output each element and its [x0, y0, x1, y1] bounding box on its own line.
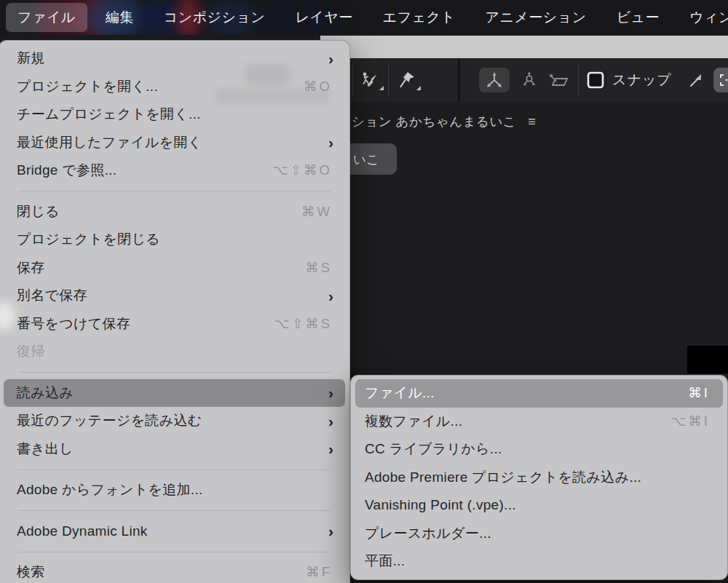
menu-item-label: Adobe からフォントを追加...: [17, 480, 339, 499]
toolbar-separator: [578, 64, 579, 96]
world-axis-mode-button[interactable]: [514, 68, 545, 92]
menubar-item-file[interactable]: ファイル: [6, 3, 87, 32]
submenu-chevron-icon: ›: [328, 51, 333, 66]
menu-separator: [0, 185, 349, 198]
menubar-item-window[interactable]: ウィンドウ: [678, 3, 728, 32]
puppet-pin-tool-button[interactable]: [392, 68, 423, 92]
snap-checkbox-icon[interactable]: [586, 71, 605, 90]
submenu-chevron-icon: ›: [328, 385, 333, 400]
menu-item-import-recent-footage[interactable]: 最近のフッテージを読み込む ›: [0, 407, 349, 435]
menu-item-label: 新規: [17, 49, 328, 68]
submenu-item-from-cc-libraries[interactable]: CC ライブラリから...: [351, 435, 727, 464]
corner-brackets-icon: [718, 71, 728, 89]
menu-item-label: 最近使用したファイルを開く: [17, 133, 328, 152]
menu-item-label: プレースホルダー...: [365, 524, 717, 543]
snap-extend-button[interactable]: [680, 68, 711, 92]
menu-item-close[interactable]: 閉じる ⌘W: [0, 198, 349, 226]
menu-item-label: ファイル...: [365, 384, 688, 402]
menu-item-label: Adobe Dynamic Link: [17, 523, 328, 539]
submenu-item-solid[interactable]: 平面...: [351, 547, 727, 576]
menubar-item-composition[interactable]: コンポジション: [152, 3, 277, 32]
menu-item-save[interactable]: 保存 ⌘S: [0, 254, 349, 282]
menu-item-label: 別名で保存: [17, 286, 328, 305]
menu-item-label: 番号をつけて保存: [17, 314, 274, 333]
local-axis-icon: [483, 70, 505, 90]
viewer-black-region: [687, 346, 728, 373]
shortcut-label: ⌥⇧⌘O: [272, 162, 339, 178]
menu-item-save-as[interactable]: 別名で保存 ›: [0, 282, 349, 310]
tool-flyout-corner: [379, 86, 384, 90]
diagonal-arrow-icon: [686, 71, 705, 90]
menu-item-label: 平面...: [365, 552, 717, 571]
shortcut-label: ⌥⇧⌘S: [274, 316, 339, 332]
tools-toolbar: スナップ: [320, 58, 728, 102]
submenu-chevron-icon: ›: [328, 441, 333, 456]
selection-brackets-button[interactable]: [713, 68, 728, 92]
menu-item-label: Adobe Premiere プロジェクトを読み込み...: [365, 468, 717, 487]
menubar-item-effect[interactable]: エフェクト: [371, 3, 467, 32]
submenu-chevron-icon: ›: [328, 413, 333, 429]
menu-item-adobe-dynamic-link[interactable]: Adobe Dynamic Link ›: [0, 517, 349, 546]
menu-item-find[interactable]: 検索 ⌘F: [0, 558, 349, 583]
shortcut-label: ⌘O: [304, 79, 339, 95]
menu-item-label: 復帰: [17, 342, 339, 361]
menu-separator: [0, 545, 349, 558]
submenu-item-file[interactable]: ファイル... ⌘I: [355, 379, 723, 408]
menu-item-add-fonts-from-adobe[interactable]: Adobe からフォントを追加...: [0, 476, 349, 504]
roto-brush-tool-button[interactable]: [355, 68, 386, 92]
snap-control[interactable]: スナップ: [586, 71, 672, 90]
file-menu: 新規 › プロジェクトを開く... ⌘O チームプロジェクトを開く... 最近使…: [0, 40, 350, 583]
import-submenu: ファイル... ⌘I 複数ファイル... ⌥⌘I CC ライブラリから... A…: [350, 375, 728, 580]
menu-item-label: 複数ファイル...: [365, 412, 670, 431]
macos-menu-bar: ファイル 編集 コンポジション レイヤー エフェクト アニメーション ビュー ウ…: [0, 0, 728, 35]
menu-item-browse-in-bridge[interactable]: Bridge で参照... ⌥⇧⌘O: [0, 156, 349, 185]
shortcut-label: ⌘I: [688, 385, 717, 401]
puppet-pin-icon: [397, 70, 418, 90]
view-axis-mode-button[interactable]: [543, 68, 574, 92]
menu-item-open-project[interactable]: プロジェクトを開く... ⌘O: [0, 73, 349, 101]
menu-item-label: 閉じる: [17, 202, 301, 221]
menu-separator: [0, 504, 349, 517]
shortcut-label: ⌘F: [306, 564, 339, 580]
roto-brush-icon: [360, 70, 381, 90]
snap-label: スナップ: [612, 71, 672, 90]
menubar-item-animation[interactable]: アニメーション: [473, 3, 598, 32]
menu-item-label: Bridge で参照...: [17, 161, 272, 180]
composition-tab-label: いこ: [353, 151, 379, 168]
menu-item-close-project[interactable]: プロジェクトを閉じる: [0, 226, 349, 254]
menu-item-open-recent[interactable]: 最近使用したファイルを開く ›: [0, 129, 349, 157]
tool-flyout-corner: [416, 86, 421, 90]
toolbar-separator: [352, 64, 353, 96]
after-effects-screen: スナップ ション あかちゃんまるいこ≡ いこ: [0, 0, 728, 583]
menu-item-open-team-project[interactable]: チームプロジェクトを開く...: [0, 100, 349, 129]
menu-item-label: プロジェクトを開く...: [17, 77, 304, 96]
world-axis-icon: [518, 70, 540, 90]
submenu-item-multiple-files[interactable]: 複数ファイル... ⌥⌘I: [351, 408, 727, 436]
panel-title: ション あかちゃんまるいこ≡: [352, 113, 536, 130]
toolbar-divider: [458, 58, 460, 102]
menu-item-increment-and-save[interactable]: 番号をつけて保存 ⌥⇧⌘S: [0, 310, 349, 338]
panel-menu-icon[interactable]: ≡: [528, 114, 536, 129]
shortcut-label: ⌘W: [301, 204, 339, 220]
menu-item-import[interactable]: 読み込み ›: [4, 379, 345, 408]
menu-item-label: 書き出し: [17, 440, 328, 459]
submenu-item-vanishing-point[interactable]: Vanishing Point (.vpe)...: [351, 491, 727, 520]
submenu-item-import-adobe-premiere-project[interactable]: Adobe Premiere プロジェクトを読み込み...: [351, 464, 727, 492]
menu-item-label: CC ライブラリから...: [365, 440, 717, 459]
submenu-chevron-icon: ›: [328, 135, 333, 150]
menu-item-label: 検索: [17, 563, 306, 582]
menu-item-new[interactable]: 新規 ›: [0, 44, 349, 73]
shortcut-label: ⌘S: [305, 260, 339, 276]
menu-item-label: プロジェクトを閉じる: [17, 230, 339, 249]
menubar-item-view[interactable]: ビュー: [605, 3, 671, 32]
window-top-band: [320, 36, 728, 58]
menubar-item-layer[interactable]: レイヤー: [283, 3, 364, 32]
submenu-item-placeholder[interactable]: プレースホルダー...: [351, 520, 727, 548]
menu-item-export[interactable]: 書き出し ›: [0, 435, 349, 464]
toolbar-separator: [388, 64, 389, 96]
local-axis-mode-button[interactable]: [479, 68, 510, 92]
menubar-item-edit[interactable]: 編集: [94, 3, 146, 32]
submenu-chevron-icon: ›: [328, 523, 333, 539]
menu-item-revert: 復帰: [0, 338, 349, 366]
menu-separator: [0, 366, 349, 379]
